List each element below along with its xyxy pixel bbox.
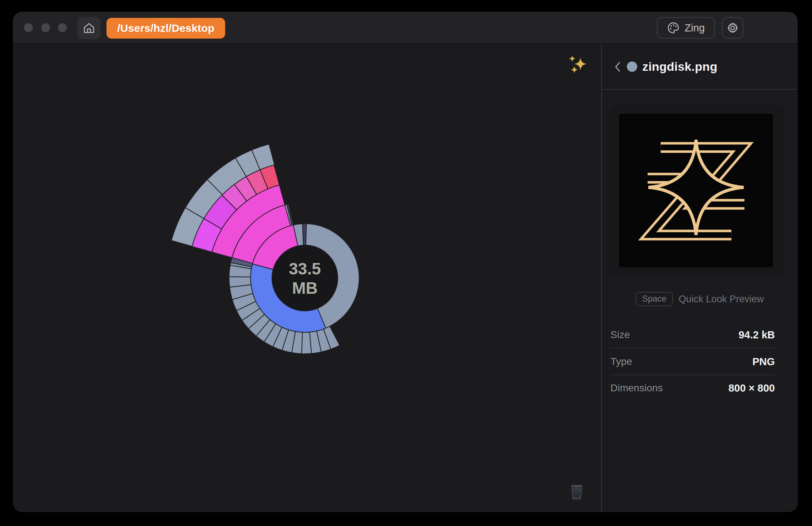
quicklook-label: Quick Look Preview [679,294,764,305]
path-label: /Users/hzl/Desktop [117,22,214,34]
title-bar: /Users/hzl/Desktop Zing [13,12,798,44]
info-row-size: Size 94.2 kB [610,322,775,348]
settings-button[interactable] [722,17,743,39]
space-key-badge: Space [636,292,673,306]
sparkles-icon[interactable] [568,54,589,75]
info-label: Dimensions [610,382,663,394]
info-value: 94.2 kB [738,329,775,341]
info-row-type: Type PNG [610,348,775,374]
info-row-dimensions: Dimensions 800 × 800 [610,374,775,401]
disk-usage-sunburst[interactable]: 33.5MB [155,128,455,428]
zing-theme-button[interactable]: Zing [657,17,715,39]
current-path-badge[interactable]: /Users/hzl/Desktop [107,18,225,39]
close-button[interactable] [24,23,33,32]
info-value: 800 × 800 [728,382,775,394]
info-value: PNG [752,356,775,368]
chevron-left-icon [614,61,622,73]
sunburst-segment[interactable] [302,332,312,354]
info-label: Type [610,356,632,367]
file-type-dot [627,61,637,72]
file-preview-image [619,114,773,267]
details-sidebar: zingdisk.png [602,44,798,512]
gear-icon [726,21,739,35]
back-button[interactable] [610,58,625,75]
zoom-button[interactable] [58,23,67,32]
palette-icon [667,21,680,34]
file-preview-card[interactable] [609,105,784,276]
zing-logo [619,114,773,267]
minimize-button[interactable] [41,23,50,32]
file-name: zingdisk.png [642,60,717,74]
zing-button-label: Zing [685,22,705,34]
info-label: Size [610,329,630,341]
home-button[interactable] [77,17,100,39]
home-icon [83,22,95,35]
sunburst-center [272,245,338,311]
trash-icon[interactable] [569,483,585,501]
app-window: /Users/hzl/Desktop Zing 33.5MB [13,12,798,512]
file-info-table: Size 94.2 kB Type PNG Dimensions 800 × 8… [610,322,775,401]
sidebar-header: zingdisk.png [602,44,798,90]
main-canvas: 33.5MB [13,44,601,512]
quicklook-hint: Space Quick Look Preview [602,292,798,306]
